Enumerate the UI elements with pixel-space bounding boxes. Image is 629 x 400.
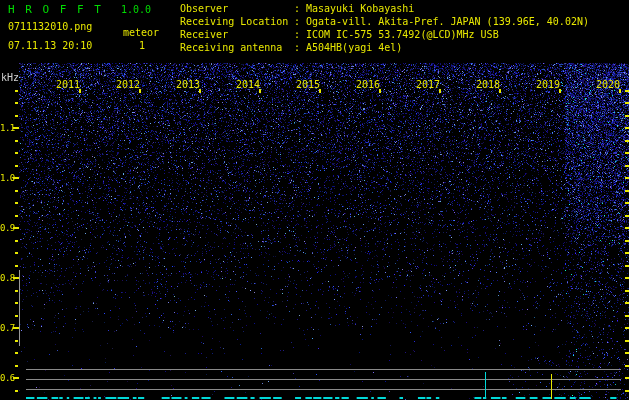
info-colon: :: [294, 29, 300, 40]
freq-tick-left: [15, 190, 18, 192]
freq-tick-left: [15, 90, 18, 92]
time-tick-label: 2016: [356, 79, 380, 90]
info-value: A504HB(yagi 4el): [306, 42, 402, 53]
freq-tick-right: [625, 227, 629, 229]
freq-tick-right: [625, 352, 629, 354]
freq-tick-right: [625, 290, 629, 292]
info-colon: :: [294, 16, 300, 27]
time-tick: [619, 89, 621, 93]
freq-tick-left: [15, 265, 18, 267]
time-tick-label: 2020: [596, 79, 620, 90]
freq-tick-right: [625, 115, 629, 117]
time-tick-label: 2013: [176, 79, 200, 90]
level-gridline: [26, 369, 621, 370]
time-tick: [379, 89, 381, 93]
freq-tick-left: [13, 377, 19, 379]
app-title: H R O F F T: [8, 3, 103, 16]
freq-tick-right: [625, 390, 629, 392]
freq-tick-left: [13, 127, 19, 129]
freq-tick-left: [15, 102, 18, 104]
time-tick-label: 2011: [56, 79, 80, 90]
freq-tick-right: [625, 127, 629, 129]
freq-tick-right: [625, 102, 629, 104]
freq-tick-right: [625, 190, 629, 192]
freq-tick-left: [15, 165, 18, 167]
freq-tick-right: [625, 215, 629, 217]
freq-tick-right: [625, 315, 629, 317]
time-tick: [199, 89, 201, 93]
freq-tick-right: [625, 202, 629, 204]
freq-tick-right: [625, 165, 629, 167]
freq-tick-label: 1.1: [0, 123, 14, 133]
freq-tick-left: [15, 390, 18, 392]
time-tick: [439, 89, 441, 93]
freq-tick-left: [15, 302, 18, 304]
freq-tick-left: [15, 215, 18, 217]
freq-tick-left: [15, 152, 18, 154]
info-value: Ogata-vill. Akita-Pref. JAPAN (139.96E, …: [306, 16, 589, 27]
level-gridline: [26, 389, 621, 390]
station-info: Observer:Masayuki KobayashiReceiving Loc…: [180, 3, 629, 61]
freq-tick-label: 1.0: [0, 173, 14, 183]
freq-tick-right: [625, 377, 629, 379]
level-graph-axis-line: [19, 270, 20, 346]
station-info-row: Receiving Location:Ogata-vill. Akita-Pre…: [180, 16, 629, 29]
freq-tick-left: [15, 240, 18, 242]
freq-tick-right: [625, 240, 629, 242]
time-tick-label: 2017: [416, 79, 440, 90]
freq-tick-left: [15, 315, 18, 317]
freq-tick-left: [15, 290, 18, 292]
freq-tick-left: [15, 352, 18, 354]
station-info-row: Observer:Masayuki Kobayashi: [180, 3, 629, 16]
freq-tick-label: 0.8: [0, 273, 14, 283]
freq-unit-label: kHz: [1, 72, 19, 83]
output-filename: 0711132010.png: [8, 21, 92, 32]
image-counter: 1: [139, 40, 145, 51]
time-tick: [559, 89, 561, 93]
time-tick-label: 2015: [296, 79, 320, 90]
datetime-label: 07.11.13 20:10: [8, 40, 92, 51]
time-tick-label: 2012: [116, 79, 140, 90]
time-tick: [139, 89, 141, 93]
meteor-echo-spike: [551, 374, 552, 399]
time-tick: [319, 89, 321, 93]
freq-tick-right: [625, 365, 629, 367]
freq-tick-label: 0.6: [0, 373, 14, 383]
freq-tick-right: [625, 252, 629, 254]
freq-tick-right: [625, 277, 629, 279]
time-tick: [259, 89, 261, 93]
info-label: Observer: [180, 3, 228, 14]
time-tick-label: 2014: [236, 79, 260, 90]
station-info-row: Receiver:ICOM IC-575 53.7492(@LCD)MHz US…: [180, 29, 629, 42]
level-gridline: [26, 379, 621, 380]
time-tick: [79, 89, 81, 93]
freq-tick-label: 0.7: [0, 323, 14, 333]
freq-tick-left: [15, 365, 18, 367]
freq-tick-right: [625, 90, 629, 92]
time-tick: [499, 89, 501, 93]
app-version: 1.0.0: [121, 4, 151, 15]
station-info-row: Receiving antenna:A504HB(yagi 4el): [180, 42, 629, 55]
info-value: ICOM IC-575 53.7492(@LCD)MHz USB: [306, 29, 499, 40]
freq-tick-right: [625, 177, 629, 179]
freq-tick-left: [15, 252, 18, 254]
freq-tick-left: [15, 140, 18, 142]
info-colon: :: [294, 42, 300, 53]
freq-tick-right: [625, 265, 629, 267]
info-colon: :: [294, 3, 300, 14]
freq-tick-right: [625, 327, 629, 329]
meteor-echo-spike: [485, 372, 486, 399]
info-value: Masayuki Kobayashi: [306, 3, 414, 14]
time-tick-label: 2019: [536, 79, 560, 90]
freq-tick-label: 0.9: [0, 223, 14, 233]
time-tick-label: 2018: [476, 79, 500, 90]
freq-tick-left: [13, 227, 19, 229]
freq-tick-right: [625, 302, 629, 304]
hrofft-screen: H R O F F T 1.0.0 0711132010.png meteor …: [0, 0, 629, 400]
info-label: Receiving antenna: [180, 42, 282, 53]
info-label: Receiving Location: [180, 16, 288, 27]
freq-tick-right: [625, 140, 629, 142]
mode-label: meteor: [123, 27, 159, 38]
freq-tick-left: [15, 340, 18, 342]
freq-tick-left: [13, 177, 19, 179]
